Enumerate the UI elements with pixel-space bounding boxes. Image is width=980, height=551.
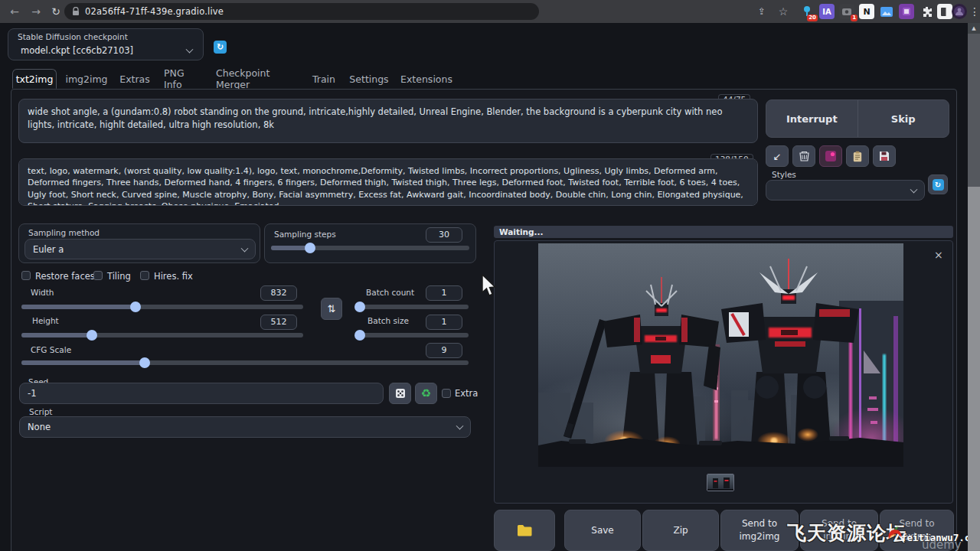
styles-select[interactable] <box>766 180 925 201</box>
extension-ia-icon[interactable]: IA <box>819 4 835 19</box>
browser-menu-icon[interactable]: ⋮ <box>966 3 980 20</box>
extension-onenote-icon[interactable] <box>899 4 914 19</box>
address-bar[interactable]: 02a56ff4-71ff-439e.gradio.live <box>64 3 539 20</box>
browser-refresh-button[interactable]: ↻ <box>47 3 64 20</box>
progress-bar: Waiting... <box>494 226 953 238</box>
tiling-label: Tiling <box>107 271 131 282</box>
seed-extra-checkbox[interactable] <box>442 389 451 398</box>
slider-handle[interactable] <box>305 243 315 253</box>
slider-fill <box>21 360 145 365</box>
slider-handle[interactable] <box>130 302 141 312</box>
tab-png-info[interactable]: PNG Info <box>164 69 204 89</box>
width-input[interactable]: 832 <box>260 285 297 301</box>
lock-icon <box>72 7 80 16</box>
sampling-steps-input[interactable]: 30 <box>426 227 462 243</box>
scrollbar-thumb[interactable] <box>968 34 980 187</box>
script-select[interactable]: None <box>19 416 471 438</box>
browser-forward-button[interactable]: → <box>28 3 44 20</box>
browser-back-button[interactable]: ← <box>6 3 23 20</box>
tab-train[interactable]: Train <box>311 69 337 89</box>
batch-size-label: Batch size <box>368 316 409 325</box>
batch-count-slider[interactable] <box>356 305 469 309</box>
slider-handle[interactable] <box>87 330 97 341</box>
tab-settings[interactable]: Settings <box>349 69 389 89</box>
cfg-scale-label: CFG Scale <box>31 345 71 354</box>
avatar-icon <box>954 6 965 17</box>
gallery-thumbnail[interactable] <box>707 474 734 491</box>
refresh-icon: ↻ <box>933 179 944 191</box>
save-button[interactable]: Save <box>564 510 641 551</box>
swap-dimensions-button[interactable]: ⇅ <box>321 298 342 320</box>
hires-fix-checkbox[interactable] <box>140 271 149 280</box>
side-panel-icon <box>941 8 949 16</box>
slider-handle[interactable] <box>354 330 365 341</box>
extension-notion-icon[interactable]: N <box>859 4 874 19</box>
prompt-input[interactable]: wide shot angle, a (gundam:0.8) robot st… <box>18 99 758 143</box>
clipboard-icon <box>853 151 862 162</box>
width-slider[interactable] <box>21 305 303 309</box>
sampling-method-group: Sampling method Euler a <box>18 223 260 263</box>
chevron-down-icon <box>186 46 194 54</box>
read-params-button[interactable]: ↙ <box>766 145 789 167</box>
chevron-down-icon <box>241 244 249 252</box>
skip-button[interactable]: Skip <box>858 100 949 137</box>
restore-faces-checkbox[interactable] <box>21 271 31 280</box>
generated-image[interactable] <box>538 243 903 467</box>
cfg-scale-slider[interactable] <box>21 360 469 365</box>
profile-avatar[interactable] <box>952 4 967 19</box>
close-icon[interactable]: × <box>934 249 943 261</box>
screenshot-root: ← → ↻ 02a56ff4-71ff-439e.gradio.live ⇪ ☆… <box>0 0 980 551</box>
camera-icon <box>842 8 851 15</box>
random-seed-button[interactable] <box>389 383 411 404</box>
extensions-puzzle-icon[interactable] <box>919 4 934 19</box>
tiling-checkbox[interactable] <box>93 271 103 280</box>
seed-input[interactable]: -1 <box>19 383 384 404</box>
page-scrollbar[interactable]: ▲ <box>968 23 980 551</box>
chevron-down-icon <box>910 185 918 193</box>
sampling-method-select[interactable]: Euler a <box>24 239 256 259</box>
extra-networks-card-icon <box>825 150 837 162</box>
hires-fix-label: Hires. fix <box>154 271 193 282</box>
save-style-button[interactable] <box>873 145 896 167</box>
extension-image-icon[interactable] <box>879 4 894 19</box>
tab-checkpoint-merger[interactable]: Checkpoint Merger <box>216 69 299 89</box>
slider-handle[interactable] <box>354 302 365 312</box>
open-folder-button[interactable] <box>494 510 555 551</box>
slider-fill <box>271 246 309 250</box>
tab-txt2img[interactable]: txt2img <box>12 69 57 89</box>
batch-size-slider[interactable] <box>356 333 469 337</box>
batch-size-input[interactable]: 1 <box>426 315 462 330</box>
script-label: Script <box>29 407 52 416</box>
bookmark-star-icon[interactable]: ☆ <box>775 3 792 20</box>
height-label: Height <box>32 316 59 325</box>
seed-extra-label: Extra <box>455 388 478 399</box>
height-slider[interactable] <box>21 333 303 337</box>
extension-cam-icon[interactable]: 1 <box>839 4 854 19</box>
styles-refresh-button[interactable]: ↻ <box>928 174 948 194</box>
extension-pin-icon[interactable]: 20 <box>799 4 815 19</box>
zip-button[interactable]: Zip <box>642 510 719 551</box>
reuse-seed-button[interactable]: ♻ <box>415 383 437 404</box>
tab-extensions[interactable]: Extensions <box>401 69 452 89</box>
cfg-scale-input[interactable]: 9 <box>426 343 462 358</box>
apply-styles-button[interactable] <box>846 145 869 167</box>
checkpoint-refresh-button[interactable]: ↻ <box>214 41 227 54</box>
clear-prompt-button[interactable] <box>792 145 815 167</box>
scrollbar-up-arrow[interactable]: ▲ <box>968 23 980 34</box>
floppy-icon <box>879 151 890 161</box>
share-icon[interactable]: ⇪ <box>753 3 770 20</box>
sampling-steps-slider[interactable] <box>271 246 469 250</box>
extra-networks-button[interactable] <box>819 145 842 167</box>
batch-count-input[interactable]: 1 <box>426 285 462 301</box>
sidebar-toggle-icon[interactable] <box>937 4 952 19</box>
seed-value: -1 <box>28 388 36 399</box>
negative-prompt-input[interactable]: text, logo, watermark, (worst quality, l… <box>18 158 758 206</box>
trash-icon <box>799 151 809 161</box>
height-input[interactable]: 512 <box>260 315 297 330</box>
tab-extras[interactable]: Extras <box>118 69 152 89</box>
slider-fill <box>21 305 136 309</box>
interrupt-button[interactable]: Interrupt <box>766 100 858 137</box>
tab-img2img[interactable]: img2img <box>67 69 106 89</box>
checkpoint-select[interactable]: model.ckpt [cc6cb27103] <box>13 43 200 58</box>
slider-handle[interactable] <box>139 357 150 368</box>
